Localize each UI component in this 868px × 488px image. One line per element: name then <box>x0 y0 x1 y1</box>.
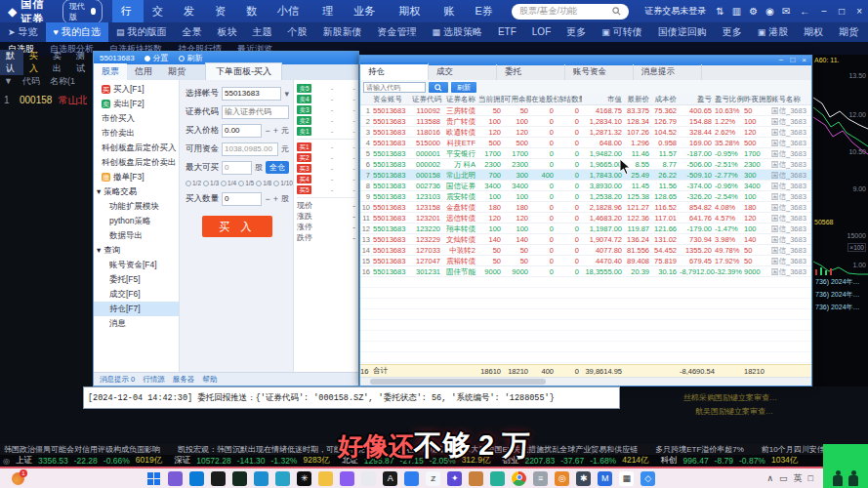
position-row-118016[interactable]: 355013683118016欧通转债120120001,2871.32107.… <box>360 127 811 138</box>
nav-item-资金管理[interactable]: 资金管理 <box>369 22 424 42</box>
nav-item-主题[interactable]: 主题 <box>244 22 279 42</box>
header-成本价[interactable]: 成本价 <box>652 95 680 104</box>
top-menu-发现[interactable]: 发现 <box>175 0 206 22</box>
fraction-radio-1/10[interactable]: 1/10 <box>273 180 293 186</box>
header-当前拥股[interactable]: 当前拥股 <box>478 95 504 104</box>
trade-nav-消息[interactable]: 消息 <box>94 316 179 331</box>
trade-nav-python策略[interactable]: python策略 <box>94 214 179 228</box>
position-row-110092[interactable]: 155013683110092三房转债5050004168.7583.37575… <box>360 105 811 116</box>
account-select[interactable] <box>222 87 281 101</box>
position-row-000001[interactable]: 555013683000001平安银行17001700001,9482.0011… <box>360 148 811 159</box>
chatgpt-icon[interactable]: ✳ <box>297 471 311 486</box>
maximize-button[interactable]: □ <box>833 6 850 17</box>
col-code[interactable]: 代码 <box>22 75 40 88</box>
trade-nav-成交[F6][interactable]: 成交[F6] <box>94 287 179 302</box>
code-search-input[interactable] <box>363 82 426 93</box>
trade-nav-数据导出[interactable]: 数据导出 <box>94 228 179 243</box>
full-position-button[interactable]: 全仓 <box>266 161 289 174</box>
loop-icon[interactable] <box>340 471 354 486</box>
metatrader-icon[interactable]: M <box>598 471 612 486</box>
minimize-icon[interactable]: − <box>779 57 784 64</box>
ime-indicator[interactable]: 英 <box>794 472 803 485</box>
header-昨夜拥股[interactable]: 昨夜拥股 <box>744 95 771 104</box>
top-menu-行情[interactable]: 行情 <box>112 0 144 22</box>
file-explorer-icon[interactable] <box>318 471 333 486</box>
nav-item-期权[interactable]: 期权 <box>796 22 831 42</box>
trade-nav-市价买入[interactable]: 市价买入 <box>94 111 179 126</box>
nav-item-ETF[interactable]: ETF <box>490 22 524 42</box>
database-icon[interactable]: ≡ <box>533 471 548 486</box>
taskbar-notification-icon[interactable]: 1 <box>0 472 35 485</box>
qr-app-icon[interactable]: ▦ <box>619 471 634 486</box>
app-purple-icon[interactable] <box>168 471 183 486</box>
trade-nav-科创板盘后定价买入[interactable]: 科创板盘后定价买入 <box>94 141 179 155</box>
header-冻结数量[interactable]: 冻结数量 <box>557 95 582 104</box>
trade-nav-持仓[F7][interactable]: 持仓[F7] <box>94 302 179 316</box>
chart-news-line[interactable]: 736) 2024年… <box>815 303 860 312</box>
feedback-icon[interactable]: ▥ <box>728 6 745 17</box>
positions-tab-持仓[interactable]: 持仓 <box>360 62 429 80</box>
nav-item-更多[interactable]: 更多 <box>558 22 594 42</box>
header-最新价[interactable]: 最新价 <box>625 95 652 104</box>
header-证券名称[interactable]: 证券名称 <box>443 95 478 104</box>
header-在途股份[interactable]: 在途股份 <box>531 95 557 104</box>
trade-nav-卖出[F2][interactable]: 卖卖出[F2] <box>94 97 179 111</box>
robot-app-icon[interactable]: ◇ <box>641 471 655 486</box>
watchlist-row[interactable]: 1000158常山北 <box>0 93 94 107</box>
nav-item-可转债[interactable]: ▣可转债 <box>594 22 650 42</box>
app-violet-icon[interactable]: ✦ <box>447 471 462 486</box>
fraction-radio-1/5[interactable]: 1/5 <box>238 180 254 186</box>
copilot-icon[interactable] <box>361 471 376 486</box>
statusbar-item-帮助[interactable]: 帮助 <box>202 375 217 385</box>
position-row-127047[interactable]: 1555013683127047震裕转债5050004470.4089.4087… <box>360 256 811 266</box>
watchlist-group-买入[interactable]: 买入 <box>23 50 47 75</box>
trade-nav-科创板盘后定价卖出[interactable]: 科创板盘后定价卖出 <box>94 155 179 170</box>
trade-nav-买入[F1][interactable]: 买买入[F1] <box>94 82 179 97</box>
fraction-radio-1/4[interactable]: 1/4 <box>221 180 236 186</box>
trade-nav-委托[F5][interactable]: 委托[F5] <box>94 272 179 287</box>
start-menu-icon[interactable] <box>146 471 161 486</box>
col-name[interactable]: 名称(1 <box>50 75 75 88</box>
header-账号名称[interactable]: 账号名称 <box>771 95 810 104</box>
statusbar-item-行情源[interactable]: 行情源 <box>143 375 165 385</box>
top-menu-E券通[interactable]: E券通 <box>466 0 502 22</box>
top-menu-业务办理[interactable]: 业务办理 <box>345 0 390 22</box>
header-盈亏比例[interactable]: 盈亏比例 <box>715 95 744 104</box>
refresh-button[interactable]: 刷新 <box>451 82 476 93</box>
top-menu-期权交易[interactable]: 期权交易 <box>390 0 434 22</box>
nav-item-国债逆回购[interactable]: 国债逆回购 <box>650 22 715 42</box>
watchlist-group-测试[interactable]: 测试 <box>70 50 94 75</box>
trade-tab-股票[interactable]: 股票 <box>94 61 127 80</box>
log-output-window[interactable]: [2024-12-04 14:42:30] 委托回报推送：{'证券代码': '0… <box>83 386 620 409</box>
fraction-radio-1/3[interactable]: 1/3 <box>203 180 219 186</box>
top-menu-理财[interactable]: 理财 <box>313 0 345 22</box>
positions-tab-消息提示[interactable]: 消息提示 <box>634 64 702 80</box>
close-icon[interactable]: × <box>802 57 806 64</box>
layout-toggle-2[interactable]: 刷新 <box>179 53 203 63</box>
trade-nav-账号资金[F4][interactable]: 账号资金[F4] <box>94 258 179 272</box>
message-icon[interactable]: ✉ <box>778 6 794 17</box>
trade-nav-查询[interactable]: ▾查询 <box>94 243 179 258</box>
nav-item-更多[interactable]: 更多 <box>715 22 750 42</box>
bird-icon[interactable]: 𝕫 <box>426 471 440 486</box>
position-row-002736[interactable]: 855013683002736国信证券34003400003,8930.0011… <box>360 181 811 191</box>
fraction-radio-1/2[interactable]: 1/2 <box>186 180 201 186</box>
position-row-301231[interactable]: 1655013683301231固佳节能900090000018,3555.00… <box>360 266 811 277</box>
position-row-123201[interactable]: 1155013683123201远信转债120120001,4683.20122… <box>360 213 811 224</box>
app-a-icon[interactable]: A <box>383 471 397 486</box>
nav-item-个股[interactable]: 个股 <box>279 22 314 42</box>
top-menu-账户[interactable]: 账户 <box>434 0 466 22</box>
position-row-123158[interactable]: 1055013683123158金盘转债180180002,1828.96121… <box>360 202 811 213</box>
statusbar-item-消息提示 0[interactable]: 消息提示 0 <box>100 375 135 385</box>
horizontal-scrollbar[interactable] <box>360 377 811 386</box>
minimize-button[interactable]: − <box>815 6 833 17</box>
tray-mic-icon[interactable]: ▭ <box>779 473 788 483</box>
back-button[interactable]: ← <box>794 6 815 17</box>
position-row-127033[interactable]: 1455013683127033中装转25050004077.8081.5565… <box>360 245 811 256</box>
monkey-icon[interactable] <box>469 471 483 486</box>
header-资金账号[interactable]: 资金账号 <box>373 95 412 104</box>
chart-news-line[interactable]: 736) 2024年… <box>815 277 860 287</box>
headset-icon[interactable]: ◉ <box>762 6 778 17</box>
order-panel-tab[interactable]: 下单面板-买入 <box>205 62 282 80</box>
top-menu-交易[interactable]: 交易 <box>144 0 175 22</box>
